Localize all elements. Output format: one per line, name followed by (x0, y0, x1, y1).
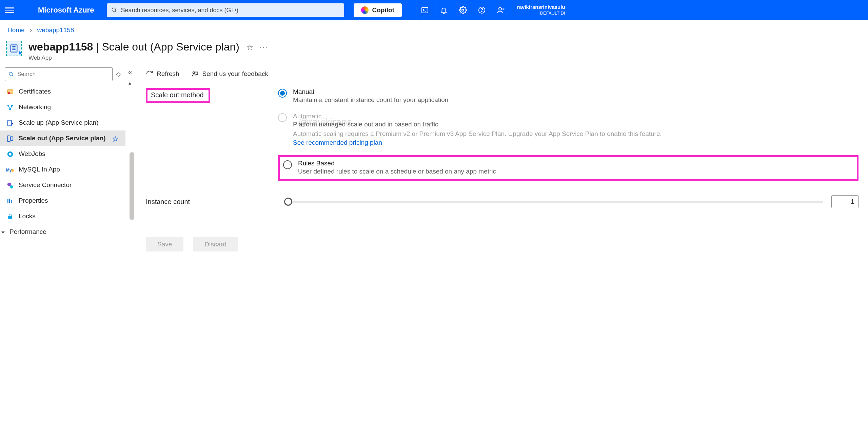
slider-thumb[interactable] (284, 198, 292, 206)
copilot-icon (361, 6, 369, 14)
resource-type-label: Web App (28, 55, 239, 61)
sidebar-item-networking[interactable]: Networking (0, 99, 125, 115)
scale-option-rules[interactable]: Rules Based User defined rules to scale … (278, 155, 859, 181)
sidebar-item-scale-up[interactable]: Scale up (App Service plan) (0, 115, 125, 130)
svg-rect-31 (8, 216, 12, 219)
sort-icon[interactable]: ◇ (116, 70, 121, 78)
help-icon[interactable] (473, 0, 491, 20)
scale-option-manual[interactable]: Manual Maintain a constant instance coun… (278, 88, 859, 104)
properties-icon (6, 197, 14, 205)
svg-rect-20 (7, 136, 10, 142)
service-connector-icon (6, 181, 14, 189)
copilot-button[interactable]: Copilot (354, 3, 401, 17)
svg-point-27 (10, 185, 13, 188)
more-actions-icon[interactable]: ··· (260, 43, 268, 52)
search-icon (111, 7, 117, 13)
svg-point-26 (7, 183, 11, 186)
radio-manual[interactable] (278, 89, 287, 98)
resource-sidebar: ◇ Certificates Networking Scale up (App … (0, 64, 125, 301)
main-content: @ravikirans Refresh Send us your feedbac… (139, 64, 868, 301)
radio-rules[interactable] (283, 160, 292, 169)
sidebar-item-certificates[interactable]: Certificates (0, 84, 125, 99)
cloud-shell-icon[interactable] (416, 0, 434, 20)
breadcrumb-home[interactable]: Home (7, 26, 25, 34)
sidebar-item-scale-out[interactable]: Scale out (App Service plan) ☆ (0, 130, 125, 146)
azure-header: Microsoft Azure Copilot ravikiransriniva… (0, 0, 868, 20)
webapp-resource-icon (6, 41, 22, 56)
chevron-right-icon: › (30, 26, 32, 34)
scale-up-icon (6, 119, 14, 127)
global-search-input[interactable] (107, 4, 344, 17)
account-name: ravikiransrinivasulu (517, 4, 565, 10)
mysql-icon: My (6, 166, 14, 174)
instance-count-input[interactable]: 1 (831, 195, 859, 208)
page-title-row: webapp1158 | Scale out (App Service plan… (0, 36, 868, 64)
sidebar-item-service-connector[interactable]: Service Connector (0, 177, 125, 193)
account-info[interactable]: ravikiransrinivasulu DEFAULT DI (517, 4, 567, 16)
sidebar-item-locks[interactable]: Locks (0, 208, 125, 224)
pricing-plan-link[interactable]: See recommended pricing plan (293, 139, 382, 146)
breadcrumb: Home › webapp1158 (0, 20, 868, 36)
copilot-label: Copilot (372, 6, 394, 14)
favorite-star-icon[interactable]: ☆ (246, 43, 254, 52)
svg-point-0 (112, 8, 116, 12)
feedback-person-icon[interactable] (492, 0, 510, 20)
radio-automatic (278, 113, 287, 122)
svg-rect-21 (11, 137, 13, 141)
svg-text:My: My (6, 168, 12, 173)
lock-icon (6, 213, 14, 221)
svg-line-1 (115, 11, 117, 12)
svg-point-15 (8, 92, 10, 94)
global-search[interactable] (107, 3, 344, 17)
certificate-icon (6, 88, 14, 96)
settings-gear-icon[interactable] (454, 0, 472, 20)
svg-point-6 (481, 12, 482, 12)
svg-point-25 (11, 169, 14, 172)
networking-icon (6, 103, 14, 112)
collapse-sidebar-icon[interactable]: « (128, 68, 132, 76)
sidebar-search[interactable] (5, 67, 113, 81)
svg-rect-2 (422, 7, 428, 13)
sidebar-scrollbar[interactable] (130, 152, 134, 220)
svg-point-7 (499, 7, 501, 10)
brand-title[interactable]: Microsoft Azure (19, 6, 102, 15)
sidebar-menu: Certificates Networking Scale up (App Se… (0, 84, 125, 240)
svg-point-4 (462, 9, 464, 11)
scroll-up-icon[interactable]: ▴ (129, 80, 131, 86)
breadcrumb-current[interactable]: webapp1158 (37, 26, 74, 34)
sidebar-group-performance[interactable]: Performance (0, 224, 125, 240)
refresh-button[interactable]: Refresh (146, 70, 179, 78)
discard-button[interactable]: Discard (193, 237, 238, 251)
sidebar-item-mysql[interactable]: My MySQL In App (0, 162, 125, 177)
scale-method-label: Scale out method (146, 88, 210, 103)
svg-point-32 (193, 72, 195, 74)
sidebar-gutter: « ▴ (125, 64, 139, 301)
instance-count-label: Instance count (146, 198, 275, 206)
notifications-icon[interactable] (435, 0, 453, 20)
scale-out-icon (6, 135, 14, 143)
favorite-indicator-icon[interactable]: ☆ (112, 135, 119, 143)
instance-count-slider[interactable] (283, 197, 823, 206)
feedback-icon (191, 70, 199, 78)
webjobs-icon (6, 150, 14, 158)
footer-buttons: Save Discard (146, 232, 859, 260)
sidebar-search-input[interactable] (17, 70, 109, 78)
save-button[interactable]: Save (146, 237, 183, 251)
svg-point-23 (9, 153, 11, 155)
refresh-icon (146, 70, 153, 78)
send-feedback-button[interactable]: Send us your feedback (191, 70, 268, 78)
command-bar: Refresh Send us your feedback (146, 68, 859, 83)
page-title: webapp1158 | Scale out (App Service plan… (28, 41, 239, 53)
scale-option-automatic: Automatic Platform managed scale out and… (278, 113, 859, 146)
sidebar-item-webjobs[interactable]: WebJobs (0, 146, 125, 162)
svg-point-12 (9, 72, 12, 75)
header-icon-bar (416, 0, 510, 20)
account-tenant: DEFAULT DI (517, 10, 565, 16)
svg-line-13 (12, 75, 13, 76)
hamburger-menu-icon[interactable] (5, 5, 14, 15)
svg-rect-19 (8, 120, 12, 126)
sidebar-item-properties[interactable]: Properties (0, 193, 125, 208)
search-icon (8, 72, 14, 77)
